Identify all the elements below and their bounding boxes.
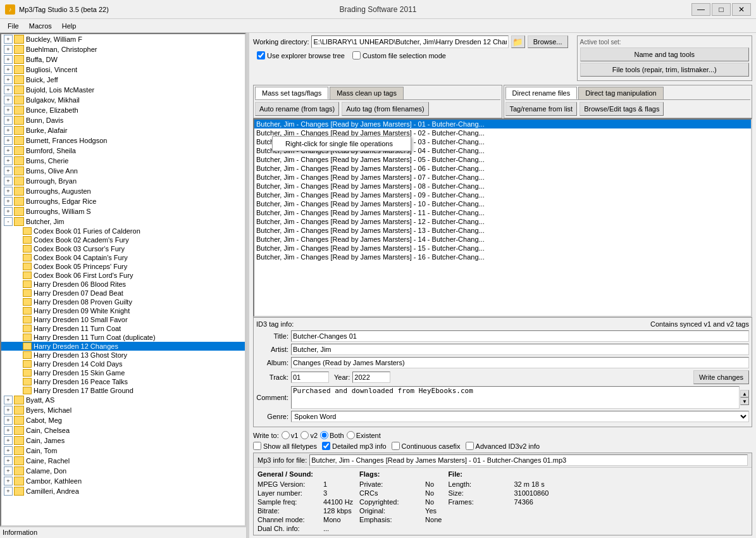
tree-item[interactable]: +Cambor, Kathleen: [1, 476, 245, 486]
list-item[interactable]: Butcher, Jim - Changes [Read by James Ma…: [254, 226, 751, 235]
tree-item[interactable]: +Camilleri, Andrea: [1, 486, 245, 496]
tree-item[interactable]: Harry Dresden 17 Battle Ground: [1, 386, 245, 395]
continuous-casefix-label[interactable]: Continuous casefix: [392, 442, 461, 450]
tree-item[interactable]: +Caine, Rachel: [1, 456, 245, 466]
detailed-mp3-checkbox[interactable]: [322, 442, 330, 450]
use-explorer-checkbox[interactable]: [257, 51, 265, 59]
tag-rename-list-button[interactable]: Tag/rename from list: [505, 102, 578, 116]
write-v1-radio[interactable]: [282, 431, 290, 439]
tree-expand-icon[interactable]: +: [4, 35, 13, 44]
tree-item[interactable]: +Cain, Tom: [1, 446, 245, 456]
context-menu-item[interactable]: Right-click for single file operations: [273, 138, 411, 149]
tree-item[interactable]: Harry Dresden 11 Turn Coat (duplicate): [1, 333, 245, 342]
tree-expand-icon[interactable]: +: [4, 416, 13, 425]
list-item[interactable]: Butcher, Jim - Changes [Read by James Ma…: [254, 244, 751, 253]
tree-item[interactable]: Codex Book 01 Furies of Calderon: [1, 227, 245, 235]
id3-title-input[interactable]: [291, 330, 749, 342]
write-existent-radio[interactable]: [347, 431, 355, 439]
tree-expand-icon[interactable]: +: [4, 75, 13, 84]
tree-item[interactable]: -Butcher, Jim: [1, 216, 245, 227]
tree-expand-icon[interactable]: +: [4, 156, 13, 165]
id3-comment-input[interactable]: [291, 386, 740, 409]
tree-item[interactable]: +Bunce, Elizabeth: [1, 105, 245, 115]
tree-item[interactable]: Codex Book 02 Academ's Fury: [1, 235, 245, 244]
advanced-id3v2-label[interactable]: Advanced ID3v2 info: [466, 442, 540, 450]
menu-help[interactable]: Help: [57, 21, 82, 31]
tab-direct-rename[interactable]: Direct rename files: [505, 87, 578, 99]
tree-item[interactable]: Harry Dresden 11 Turn Coat: [1, 324, 245, 333]
use-explorer-label[interactable]: Use explorer browse tree: [257, 51, 345, 59]
browse-button[interactable]: Browse...: [528, 35, 568, 48]
custom-mode-checkbox[interactable]: [352, 51, 361, 59]
tree-item[interactable]: +Cain, James: [1, 435, 245, 446]
write-both-label[interactable]: Both: [320, 431, 344, 439]
tree-expand-icon[interactable]: +: [4, 426, 13, 435]
tree-item[interactable]: +Cabot, Meg: [1, 415, 245, 425]
tree-expand-icon[interactable]: +: [4, 187, 13, 196]
tree-item[interactable]: Harry Dresden 13 Ghost Story: [1, 351, 245, 360]
tree-expand-icon[interactable]: +: [4, 396, 13, 404]
tree-expand-icon[interactable]: +: [4, 106, 13, 115]
tree-item[interactable]: +Bulgakov, Mikhail: [1, 95, 245, 105]
tree-expand-icon[interactable]: -: [4, 217, 13, 226]
tree-expand-icon[interactable]: +: [4, 55, 13, 64]
tree-item[interactable]: Harry Dresden 10 Small Favor: [1, 315, 245, 324]
tree-item[interactable]: +Burnford, Sheila: [1, 146, 245, 156]
tree-item[interactable]: +Bujold, Lois McMaster: [1, 85, 245, 95]
tree-expand-icon[interactable]: +: [4, 177, 13, 185]
detailed-mp3-label[interactable]: Detailed mp3 info: [322, 442, 387, 450]
file-tools-button[interactable]: File tools (repair, trim, listmaker...): [580, 63, 750, 77]
list-item[interactable]: Butcher, Jim - Changes [Read by James Ma…: [254, 173, 751, 182]
menu-macros[interactable]: Macros: [24, 21, 57, 31]
tree-item[interactable]: +Burns, Cherie: [1, 156, 245, 166]
minimize-button[interactable]: —: [691, 3, 710, 16]
tree-expand-icon[interactable]: +: [4, 126, 13, 135]
tree-item[interactable]: Codex Book 06 First Lord's Fury: [1, 271, 245, 280]
list-item[interactable]: Butcher, Jim - Changes [Read by James Ma…: [254, 155, 751, 164]
tree-item[interactable]: +Buehlman, Christopher: [1, 44, 245, 54]
tree-item[interactable]: Codex Book 04 Captain's Fury: [1, 253, 245, 262]
tree-expand-icon[interactable]: +: [4, 197, 13, 206]
show-all-label[interactable]: Show all filetypes: [253, 442, 317, 450]
folder-icon-button[interactable]: 📁: [511, 35, 525, 48]
tree-item[interactable]: +Buffa, DW: [1, 54, 245, 65]
custom-mode-label[interactable]: Custom file selection mode: [352, 51, 446, 59]
auto-rename-button[interactable]: Auto rename (from tags): [255, 102, 339, 116]
tree-item[interactable]: +Burroughs, Augusten: [1, 186, 245, 196]
write-existent-label[interactable]: Existent: [347, 431, 381, 439]
id3-year-input[interactable]: [352, 372, 390, 383]
tree-item[interactable]: +Byatt, AS: [1, 395, 245, 405]
tree-item[interactable]: +Bugliosi, Vincent: [1, 65, 245, 75]
tree-expand-icon[interactable]: +: [4, 146, 13, 155]
browse-edit-button[interactable]: Browse/Edit tags & flags: [579, 102, 664, 116]
list-item[interactable]: Butcher, Jim - Changes [Read by James Ma…: [254, 191, 751, 199]
id3-album-input[interactable]: [291, 357, 749, 368]
write-v2-radio[interactable]: [301, 431, 309, 439]
maximize-button[interactable]: □: [712, 3, 731, 16]
tree-item[interactable]: +Burrough, Bryan: [1, 176, 245, 186]
tree-item[interactable]: Codex Book 03 Cursor's Fury: [1, 244, 245, 253]
tree-expand-icon[interactable]: +: [4, 116, 13, 125]
id3-genre-select[interactable]: Spoken Word: [291, 411, 749, 422]
tree-item[interactable]: Harry Dresden 09 White Knight: [1, 306, 245, 315]
tree-item[interactable]: +Calame, Don: [1, 466, 245, 476]
tree-item[interactable]: +Byers, Michael: [1, 405, 245, 415]
tree-expand-icon[interactable]: +: [4, 456, 13, 465]
name-tag-tools-button[interactable]: Name and tag tools: [580, 47, 750, 61]
tree-container[interactable]: +Buckley, William F+Buehlman, Christophe…: [0, 33, 246, 527]
tree-expand-icon[interactable]: +: [4, 65, 13, 74]
tree-item[interactable]: +Buckley, William F: [1, 34, 245, 44]
tree-expand-icon[interactable]: +: [4, 166, 13, 175]
mp3-info-filename[interactable]: [309, 454, 748, 466]
list-item[interactable]: Butcher, Jim - Changes [Read by James Ma…: [254, 120, 751, 128]
list-item[interactable]: Butcher, Jim - Changes [Read by James Ma…: [254, 217, 751, 226]
comment-scroll-down[interactable]: ▼: [740, 397, 749, 405]
tree-expand-icon[interactable]: +: [4, 436, 13, 445]
tab-mass-clean-up[interactable]: Mass clean up tags: [330, 87, 404, 99]
continuous-casefix-checkbox[interactable]: [392, 442, 400, 450]
tree-expand-icon[interactable]: +: [4, 477, 13, 485]
tree-item[interactable]: Harry Dresden 08 Proven Guilty: [1, 297, 245, 306]
list-item[interactable]: Butcher, Jim - Changes [Read by James Ma…: [254, 164, 751, 173]
tree-expand-icon[interactable]: +: [4, 136, 13, 145]
write-both-radio[interactable]: [320, 431, 328, 439]
